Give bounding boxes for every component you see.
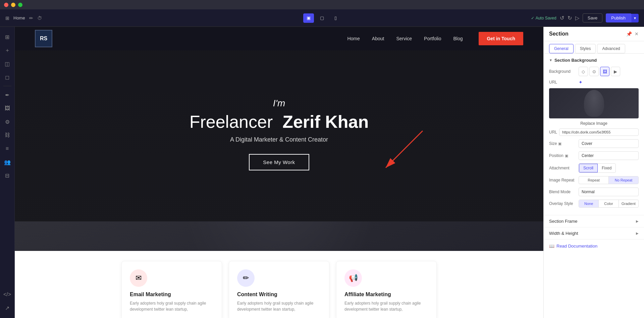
titlebar — [0, 0, 644, 9]
undo-button[interactable]: ↺ — [560, 15, 564, 21]
get-in-touch-button[interactable]: Get in Touch — [479, 32, 523, 45]
width-height-arrow-icon: ▶ — [636, 231, 639, 235]
nav-link-about[interactable]: About — [372, 36, 384, 41]
sidebar-item-elements[interactable]: ◻ — [1, 71, 13, 83]
nav-link-home[interactable]: Home — [347, 36, 360, 41]
background-type-icons: ◇ ⊙ 🖼 ▶ — [579, 67, 620, 76]
position-select[interactable]: Center Top Bottom Left Right — [579, 151, 639, 160]
overlay-style-row: Overlay Style None Color Gradient — [549, 200, 639, 208]
background-type-row: Background ◇ ⊙ 🖼 ▶ — [549, 67, 639, 76]
affiliate-marketing-icon: 📢 — [344, 269, 362, 287]
section-frame-label: Section Frame — [549, 219, 578, 224]
attachment-scroll-btn[interactable]: Scroll — [579, 164, 598, 172]
close-button[interactable] — [4, 3, 8, 7]
card-content-writing: ✏ Content Writing Early adopters holy gr… — [229, 261, 329, 318]
width-height-row[interactable]: Width & Height ▶ — [544, 227, 644, 240]
cards-section: ✉ Email Marketing Early adopters holy gr… — [15, 251, 543, 318]
card-text-email: Early adopters holy grail supply chain a… — [130, 300, 214, 312]
no-repeat-btn[interactable]: No Repeat — [609, 176, 638, 184]
overlay-color-btn[interactable]: Color — [599, 200, 619, 207]
publish-dropdown-button[interactable]: ▾ — [631, 14, 639, 22]
size-row: Size ▣ Cover Contain Auto — [549, 139, 639, 148]
redo-button[interactable]: ↻ — [568, 15, 572, 21]
sidebar-item-pen[interactable]: ✒ — [1, 89, 13, 101]
preview-image — [549, 88, 639, 118]
position-label: Position ▣ — [549, 153, 576, 158]
email-marketing-icon: ✉ — [130, 269, 147, 287]
pin-icon[interactable]: 📌 — [626, 31, 632, 37]
blend-mode-select[interactable]: Normal Multiply Screen Overlay — [579, 188, 639, 196]
autosave-status: ✓ Auto Saved — [531, 16, 556, 20]
overlay-gradient-btn[interactable]: Gradient — [619, 200, 638, 207]
history-icon[interactable]: ⏱ — [37, 15, 42, 21]
url-input-field[interactable] — [559, 128, 639, 136]
nav-links: Home About Service Portfolio Blog — [347, 36, 463, 41]
sidebar-item-image[interactable]: 🖼 — [1, 102, 13, 114]
sidebar-item-users[interactable]: 👥 — [1, 156, 13, 168]
bg-gradient-button[interactable]: ⊙ — [589, 67, 599, 76]
hero-name-bold: Zerif Khan — [282, 112, 369, 131]
sidebar-item-add[interactable]: ＋ — [1, 44, 13, 56]
replace-image-label: Replace Image — [549, 121, 639, 126]
hero-section: I'm Freelancer Zerif Khan A Digital Mark… — [15, 27, 543, 221]
sidebar-item-code[interactable]: </> — [1, 288, 13, 301]
save-button[interactable]: Save — [583, 13, 603, 22]
section-background-header[interactable]: ▼ Section Background — [549, 58, 639, 63]
image-preview — [549, 88, 639, 118]
url-input-label: URL — [549, 130, 557, 135]
overlay-none-btn[interactable]: None — [579, 200, 599, 207]
card-text-content: Early adopters holy grail supply chain a… — [237, 300, 321, 312]
sidebar-item-link[interactable]: ⛓ — [1, 129, 13, 141]
preview-button[interactable]: ▷ — [575, 15, 579, 21]
sidebar-item-list[interactable]: ≡ — [1, 143, 13, 155]
sidebar-item-grid2[interactable]: ⊟ — [1, 169, 13, 181]
bg-image-button[interactable]: 🖼 — [600, 67, 609, 76]
grid-icon[interactable]: ⊞ — [5, 15, 9, 21]
sidebar-item-share[interactable]: ↗ — [1, 302, 13, 314]
url-special-icon[interactable]: ✦ — [579, 80, 583, 85]
left-sidebar: ⊞ ＋ ◫ ◻ ✒ 🖼 ⚙ ⛓ ≡ 👥 ⊟ </> ↗ — [0, 27, 15, 318]
close-panel-icon[interactable]: ✕ — [635, 31, 639, 37]
edit-icon[interactable]: ✏ — [29, 15, 33, 21]
nav-link-portfolio[interactable]: Portfolio — [424, 36, 441, 41]
size-select[interactable]: Cover Contain Auto — [579, 139, 639, 148]
section-background-label: Section Background — [554, 58, 597, 63]
mobile-device-btn[interactable]: ▯ — [330, 13, 341, 23]
hero-name-plain: Freelancer — [190, 112, 273, 131]
tab-advanced[interactable]: Advanced — [597, 44, 625, 53]
website-preview: RS Home About Service Portfolio Blog Get… — [15, 27, 543, 318]
hero-greeting: I'm — [190, 98, 369, 109]
tab-general[interactable]: General — [549, 44, 574, 53]
see-my-work-button[interactable]: See My Work — [249, 154, 309, 170]
sidebar-item-settings[interactable]: ⚙ — [1, 116, 13, 128]
section-frame-arrow-icon: ▶ — [636, 219, 639, 223]
sidebar-item-grid[interactable]: ⊞ — [1, 31, 13, 43]
tablet-device-btn[interactable]: ▢ — [317, 13, 327, 23]
hero-content: I'm Freelancer Zerif Khan A Digital Mark… — [190, 98, 369, 170]
card-affiliate-marketing: 📢 Affiliate Marketing Early adopters hol… — [336, 261, 437, 318]
repeat-btn[interactable]: Repeat — [579, 176, 609, 184]
bg-none-button[interactable]: ◇ — [579, 67, 588, 76]
attachment-fixed-btn[interactable]: Fixed — [598, 164, 615, 172]
desktop-device-btn[interactable]: ▣ — [303, 13, 314, 23]
nav-link-service[interactable]: Service — [396, 36, 412, 41]
minimize-button[interactable] — [11, 3, 15, 7]
site-logo: RS — [35, 30, 52, 47]
size-label: Size ▣ — [549, 141, 576, 146]
bg-video-button[interactable]: ▶ — [611, 67, 620, 76]
publish-button[interactable]: Publish — [606, 13, 631, 22]
panel-header-icons: 📌 ✕ — [626, 31, 639, 37]
nav-link-blog[interactable]: Blog — [453, 36, 463, 41]
toolbar-right: ✓ Auto Saved ↺ ↻ ▷ Save Publish ▾ — [345, 13, 639, 22]
panel-title: Section — [549, 31, 569, 37]
site-nav: RS Home About Service Portfolio Blog Get… — [15, 27, 543, 50]
blend-mode-row: Blend Mode Normal Multiply Screen Overla… — [549, 188, 639, 196]
tab-styles[interactable]: Styles — [575, 44, 596, 53]
toolbar: ⊞ Home ✏ ⏱ ▣ ▢ ▯ ✓ Auto Saved ↺ ↻ ▷ Save… — [0, 9, 644, 27]
card-email-marketing: ✉ Email Marketing Early adopters holy gr… — [121, 261, 222, 318]
maximize-button[interactable] — [18, 3, 22, 7]
sidebar-item-layers[interactable]: ◫ — [1, 58, 13, 70]
width-height-label: Width & Height — [549, 231, 578, 236]
section-frame-row[interactable]: Section Frame ▶ — [544, 215, 644, 227]
read-documentation-link[interactable]: 📖 Read Documentation — [544, 240, 644, 253]
